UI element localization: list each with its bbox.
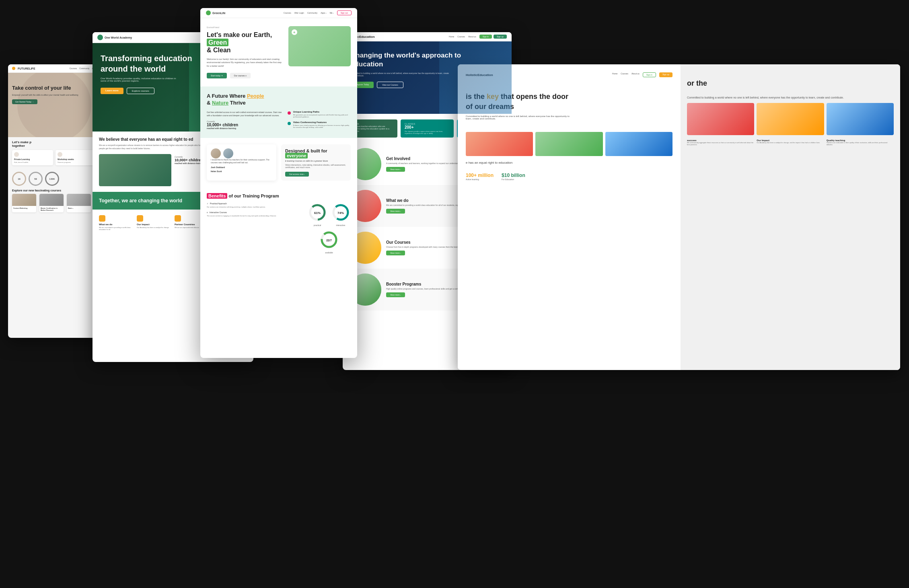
gl-btn-courses[interactable]: Our courses ≡	[230, 73, 251, 78]
gl-designed-desc: Video interactions, note-taking, interac…	[285, 164, 347, 169]
he-hero: Changing the world's approach to educati…	[343, 41, 512, 114]
gl-nav-afterlogin[interactable]: After Login	[294, 12, 304, 14]
gl-donut-row: 61% practical 74% interactive	[307, 202, 351, 226]
he-view-more-btn-1[interactable]: View more ›	[386, 167, 405, 172]
fl-make-section: Let's make ptogether Private Learning Ki…	[8, 137, 101, 169]
right-nav-about[interactable]: About us	[631, 72, 640, 77]
gl-currently: Currently 10,000+ children reached with …	[207, 120, 283, 130]
gl-benefit-text-1: Our sections are interactive with drag-a…	[207, 206, 302, 208]
gl-benefits-title: Benefits of our Training Program	[207, 193, 351, 198]
right-stat-millions: 100+ million Active learning	[466, 173, 494, 181]
he-btn-sign[interactable]: Sign up	[494, 35, 507, 39]
he-btn-view-courses[interactable]: View our Courses	[377, 82, 403, 88]
ow-img-1	[99, 154, 171, 186]
he-hero-btns: Register Today View our Courses	[351, 82, 504, 88]
ow-btn-explore[interactable]: Explore courses	[127, 88, 154, 94]
gl-testimonial-name-1: Josh Stobbard	[211, 166, 272, 169]
fl-category-card-1: Private Learning Kids, teens & adults	[12, 150, 53, 165]
fl-courses-title: Explore our new fascinating courses	[12, 189, 97, 192]
right-content-block: Committed to building a world where no o…	[687, 96, 894, 146]
gl-sign-out-btn[interactable]: Sign out	[337, 10, 352, 15]
gl-hero-img-inner	[288, 26, 351, 66]
gl-feature-text-block-2: Video Conferencing Features Enhance your…	[293, 121, 351, 128]
ow-wwd-title-1: What we do	[99, 223, 134, 226]
gl-currently-num: 10,000+ children	[207, 123, 283, 127]
gl-header: GreenLife Courses After Login Community …	[200, 8, 357, 18]
gl-nav-me[interactable]: Me ›	[330, 12, 334, 14]
gl-hero-right: +	[288, 26, 351, 78]
fl-hero-sub: Empower yourself with the skills to affe…	[12, 94, 97, 96]
right-equal-block: e has an equal right to education	[466, 161, 672, 164]
he-view-more-btn-2[interactable]: View more ›	[386, 209, 405, 214]
fl-course-info-1: Content Marketing	[12, 206, 36, 210]
gl-future-right: Unique Learning Paths We guarantee you a…	[288, 111, 351, 132]
fl-category-icon-2	[58, 152, 62, 157]
right-img-grid-2	[687, 103, 894, 135]
fl-course-img-2	[39, 194, 64, 206]
gl-future-title: A Future Where People & Nature Thrive	[207, 93, 351, 107]
fl-courses-section: Explore our new fascinating courses Cont…	[8, 186, 101, 216]
right-btn-reg[interactable]: Sign in	[643, 72, 656, 77]
gl-designed-title: Designed & built for everyone	[285, 148, 347, 158]
fl-nav-courses[interactable]: Courses	[70, 67, 77, 70]
right-img-item-2	[535, 132, 603, 156]
gl-donut-label-2: interactive	[331, 224, 351, 226]
fl-nav-community[interactable]: Community	[79, 67, 89, 70]
fl-category-row: Private Learning Kids, teens & adults Wo…	[12, 150, 97, 165]
gl-nav-community[interactable]: Community	[307, 12, 317, 14]
gl-benefit-text-2: The course content is engaging in visual…	[207, 215, 302, 217]
gl-benefit-label-2: ≡ Interactive Courses	[207, 211, 302, 214]
ow-wwd-2: Our Impact Our Academy has been a cataly…	[137, 215, 171, 230]
he-btn-reg[interactable]: Sign in	[479, 35, 492, 39]
he-header: HolisticEducation Home Courses About us …	[343, 32, 512, 41]
fl-category-title-2: Workshop weeks	[58, 158, 95, 160]
gl-benefit-icon-1: ✓	[207, 202, 208, 205]
gl-benefit-title-2: Interactive Courses	[210, 211, 227, 214]
fl-course-3[interactable]: Basic...	[67, 194, 91, 212]
he-nav-home[interactable]: Home	[449, 35, 454, 38]
ow-wwd-1: What we do We are committed to providing…	[99, 215, 134, 230]
fl-course-1[interactable]: Content Marketing	[12, 194, 36, 212]
fl-hero-btn[interactable]: Get Started Today →	[12, 99, 37, 104]
gl-btn-start[interactable]: Start today ✦	[207, 73, 227, 78]
gl-future-content: Get free unlimited access to our well-cr…	[207, 111, 351, 132]
fl-category-title-1: Private Learning	[14, 158, 51, 160]
right-equal-text: e has an equal right to education	[466, 161, 672, 164]
ow-hero-title: Transforming education around the world	[101, 53, 201, 74]
right-stat-num-2: $10 billion	[502, 173, 525, 178]
ow-btn-learn[interactable]: Learn more	[101, 88, 123, 94]
gl-access-btn[interactable]: Get access now ›	[285, 172, 309, 177]
gl-feature-text-block-1: Unique Learning Paths We guarantee you a…	[293, 111, 351, 118]
gl-avatar-1	[211, 148, 221, 158]
gl-donut-2: 74% interactive	[331, 202, 351, 226]
right-img2-1	[687, 103, 754, 135]
he-view-more-btn-4[interactable]: View more ›	[386, 292, 405, 297]
gl-designed-highlight: everyone	[285, 153, 308, 158]
ow-wwd-title-2: Our Impact	[137, 223, 171, 226]
gl-testimonial-card-1: I would like to thank my teachers for th…	[207, 144, 276, 181]
he-nav-about[interactable]: About us	[468, 35, 476, 38]
right-stat-label-2: For Education	[502, 178, 525, 181]
fl-stat-2: 59	[29, 172, 43, 186]
he-nav-courses[interactable]: Courses	[457, 35, 465, 38]
right-nav-courses[interactable]: Courses	[621, 72, 628, 77]
right-desc-text: Committed to building a world where no o…	[687, 96, 894, 99]
gl-donut-label-3: available	[319, 251, 339, 254]
fl-course-2[interactable]: Master Certification in Market Research	[39, 194, 64, 212]
he-stat-num-classes: 200+	[405, 125, 450, 130]
screenshot-container: FUTURELIFE Courses Community Apps Take c…	[0, 0, 909, 588]
gl-donut-charts: 61% practical 74% interactive	[307, 202, 351, 254]
right-btn-sign[interactable]: Sign up	[659, 72, 672, 77]
right-img-label-3: Quality teaching Teachers are evaluated …	[827, 139, 894, 146]
fl-course-img-1	[12, 194, 36, 206]
right-nav-home[interactable]: Home	[612, 72, 617, 77]
gl-nav-courses[interactable]: Courses	[284, 12, 291, 14]
right-img-labels: success We continuously aggregate these …	[687, 139, 894, 146]
fl-course-img-3	[67, 194, 91, 206]
he-view-more-btn-3[interactable]: View more ›	[386, 251, 405, 255]
gl-logo-text: GreenLife	[212, 12, 226, 14]
gl-logo-icon	[206, 10, 211, 15]
gl-hero-title: Let's make our Earth, Green & Clean	[207, 31, 282, 54]
gl-nav-apps[interactable]: Apps ›	[321, 12, 326, 14]
gl-benefits-highlight: Benefits	[207, 193, 227, 199]
